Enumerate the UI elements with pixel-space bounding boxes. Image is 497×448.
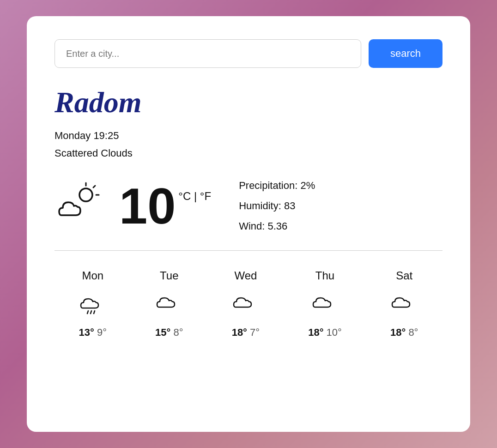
svg-point-0	[79, 188, 92, 201]
temperature-value: 10	[119, 181, 176, 231]
forecast-temps-sat: 18° 8°	[390, 327, 418, 339]
svg-line-6	[94, 311, 95, 314]
weather-description: Scattered Clouds	[55, 145, 442, 162]
forecast-day-mon: Mon 13° 9°	[79, 269, 107, 339]
svg-line-2	[93, 186, 95, 188]
forecast-low: 8°	[174, 327, 183, 338]
forecast-day-name: Sat	[396, 269, 412, 282]
forecast-day-name: Thu	[315, 269, 334, 282]
search-row: search	[55, 39, 442, 68]
weather-stats: Precipitation: 2% Humidity: 83 Wind: 5.3…	[239, 176, 315, 236]
forecast-high: 18°	[308, 327, 323, 338]
current-weather-icon	[55, 182, 101, 230]
forecast-day-name: Mon	[82, 269, 103, 282]
forecast-icon-wed	[232, 289, 260, 320]
forecast-high: 13°	[79, 327, 94, 338]
city-name: Radom	[55, 86, 442, 119]
forecast-section: Mon 13° 9° Tue	[55, 269, 442, 339]
forecast-day-sat: Sat 18° 8°	[390, 269, 418, 339]
forecast-low: 7°	[250, 327, 260, 338]
forecast-high: 15°	[155, 327, 170, 338]
forecast-temps-mon: 13° 9°	[79, 327, 107, 339]
forecast-temps-tue: 15° 8°	[155, 327, 183, 339]
forecast-day-name: Wed	[234, 269, 257, 282]
forecast-icon-mon	[79, 289, 107, 320]
search-button[interactable]: search	[369, 39, 442, 68]
svg-line-4	[87, 311, 88, 314]
forecast-day-thu: Thu 18° 10°	[308, 269, 342, 339]
weather-card: search Radom Monday 19:25 Scattered Clou…	[27, 16, 470, 432]
forecast-day-tue: Tue 15° 8°	[155, 269, 183, 339]
forecast-high: 18°	[232, 327, 247, 338]
wind-stat: Wind: 5.36	[239, 216, 315, 236]
forecast-low: 9°	[97, 327, 107, 338]
temperature-display: 10 °C | °F	[119, 181, 211, 231]
date-description: Monday 19:25 Scattered Clouds	[55, 127, 442, 162]
forecast-day-wed: Wed 18° 7°	[232, 269, 260, 339]
forecast-icon-tue	[155, 289, 183, 320]
forecast-temps-wed: 18° 7°	[232, 327, 260, 339]
section-divider	[55, 250, 442, 251]
forecast-icon-sat	[390, 289, 418, 320]
forecast-temps-thu: 18° 10°	[308, 327, 342, 339]
precipitation-stat: Precipitation: 2%	[239, 176, 315, 196]
current-datetime: Monday 19:25	[55, 127, 442, 144]
forecast-low: 8°	[408, 327, 418, 338]
temperature-units: °C | °F	[178, 190, 211, 203]
forecast-high: 18°	[390, 327, 406, 338]
forecast-icon-thu	[311, 289, 339, 320]
current-weather-section: 10 °C | °F Precipitation: 2% Humidity: 8…	[55, 176, 442, 236]
svg-line-5	[91, 311, 91, 314]
humidity-stat: Humidity: 83	[239, 196, 315, 216]
forecast-day-name: Tue	[160, 269, 178, 282]
forecast-low: 10°	[327, 327, 342, 338]
city-search-input[interactable]	[55, 39, 361, 68]
